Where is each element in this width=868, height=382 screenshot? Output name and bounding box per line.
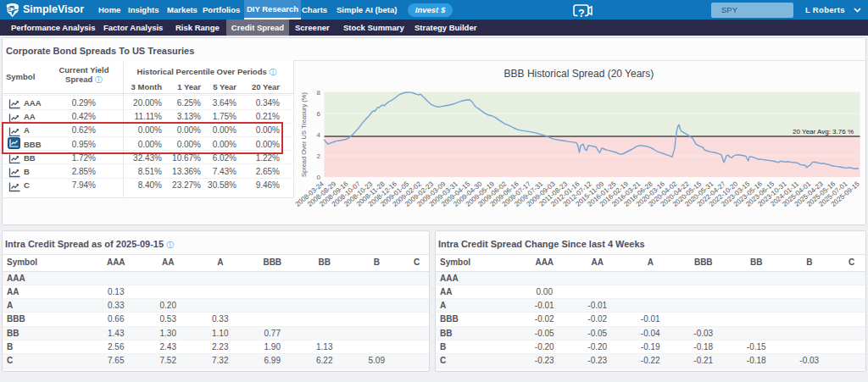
svg-text:4: 4 (317, 131, 321, 139)
svg-text:?: ? (578, 8, 585, 18)
svg-text:8: 8 (317, 89, 321, 97)
svg-text:Spread Over US Treasury (%): Spread Over US Treasury (%) (300, 91, 308, 177)
svg-text:2: 2 (317, 152, 321, 160)
svg-text:BBB Historical Spread (20 Year: BBB Historical Spread (20 Years) (504, 68, 654, 80)
svg-text:6: 6 (317, 110, 321, 118)
svg-text:20 Year Avg: 3.76 %: 20 Year Avg: 3.76 % (793, 128, 854, 136)
